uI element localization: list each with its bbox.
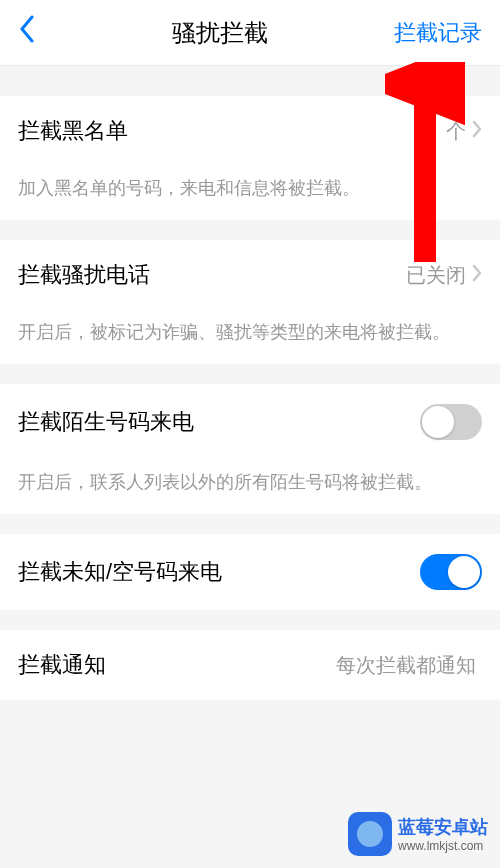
blacklist-title: 拦截黑名单: [18, 116, 128, 146]
unknown-numbers-desc: 开启后，联系人列表以外的所有陌生号码将被拦截。: [0, 460, 500, 514]
spam-calls-value: 已关闭: [406, 262, 466, 289]
watermark-logo-icon: [348, 812, 392, 856]
svg-marker-2: [405, 62, 445, 92]
watermark: 蓝莓安卓站 www.lmkjst.com: [348, 812, 488, 856]
blacklist-group: 拦截黑名单 个 加入黑名单的号码，来电和信息将被拦截。: [0, 96, 500, 220]
empty-numbers-title: 拦截未知/空号码来电: [18, 557, 222, 587]
block-records-button[interactable]: 拦截记录: [382, 18, 482, 48]
blacklist-desc: 加入黑名单的号码，来电和信息将被拦截。: [0, 166, 500, 220]
unknown-group: 拦截陌生号码来电 开启后，联系人列表以外的所有陌生号码将被拦截。: [0, 384, 500, 514]
spam-calls-desc: 开启后，被标记为诈骗、骚扰等类型的来电将被拦截。: [0, 310, 500, 364]
empty-group: 拦截未知/空号码来电: [0, 534, 500, 610]
unknown-numbers-toggle[interactable]: [420, 404, 482, 440]
blacklist-value: 个: [446, 118, 466, 145]
watermark-title: 蓝莓安卓站: [398, 815, 488, 839]
watermark-url: www.lmkjst.com: [398, 839, 488, 853]
notify-value: 每次拦截都通知: [336, 652, 476, 679]
notify-title: 拦截通知: [18, 650, 106, 680]
chevron-right-icon: [472, 118, 482, 144]
notify-group: 拦截通知 每次拦截都通知: [0, 630, 500, 700]
header-bar: 骚扰拦截 拦截记录: [0, 0, 500, 66]
notify-row[interactable]: 拦截通知 每次拦截都通知: [0, 630, 500, 700]
back-icon[interactable]: [18, 15, 58, 50]
empty-numbers-row: 拦截未知/空号码来电: [0, 534, 500, 610]
chevron-right-icon: [472, 262, 482, 288]
page-title: 骚扰拦截: [58, 17, 382, 49]
unknown-numbers-row: 拦截陌生号码来电: [0, 384, 500, 460]
spam-calls-title: 拦截骚扰电话: [18, 260, 150, 290]
spam-group: 拦截骚扰电话 已关闭 开启后，被标记为诈骗、骚扰等类型的来电将被拦截。: [0, 240, 500, 364]
blacklist-row[interactable]: 拦截黑名单 个: [0, 96, 500, 166]
empty-numbers-toggle[interactable]: [420, 554, 482, 590]
spam-calls-row[interactable]: 拦截骚扰电话 已关闭: [0, 240, 500, 310]
unknown-numbers-title: 拦截陌生号码来电: [18, 407, 194, 437]
